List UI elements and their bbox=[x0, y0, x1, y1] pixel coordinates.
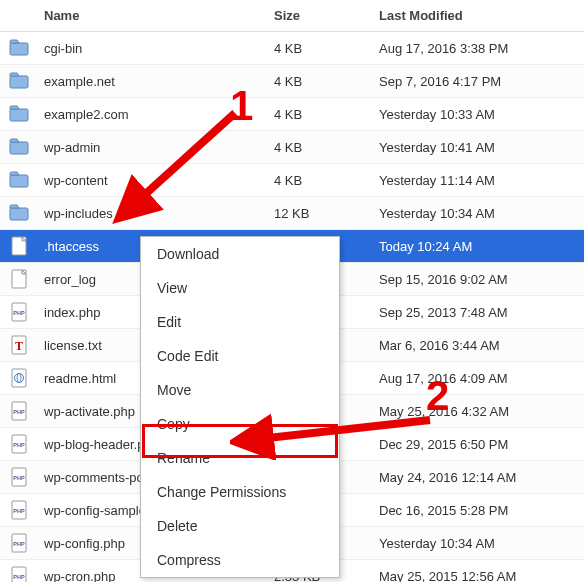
table-row[interactable]: example.net4 KBSep 7, 2016 4:17 PM bbox=[0, 65, 584, 98]
file-modified: Yesterday 11:14 AM bbox=[373, 164, 584, 197]
file-modified: Dec 29, 2015 6:50 PM bbox=[373, 428, 584, 461]
col-size-header[interactable]: Size bbox=[268, 0, 373, 32]
file-name[interactable]: wp-includes bbox=[38, 197, 268, 230]
file-modified: Dec 16, 2015 5:28 PM bbox=[373, 494, 584, 527]
ctx-change-permissions[interactable]: Change Permissions bbox=[141, 475, 339, 509]
file-modified: Yesterday 10:34 AM bbox=[373, 527, 584, 560]
folder-icon bbox=[0, 131, 38, 164]
col-modified-header[interactable]: Last Modified bbox=[373, 0, 584, 32]
php-icon bbox=[0, 296, 38, 329]
file-size: 4 KB bbox=[268, 98, 373, 131]
file-size: 12 KB bbox=[268, 197, 373, 230]
file-modified: Sep 7, 2016 4:17 PM bbox=[373, 65, 584, 98]
file-modified: Yesterday 10:33 AM bbox=[373, 98, 584, 131]
folder-icon bbox=[0, 65, 38, 98]
file-modified: Sep 15, 2016 9:02 AM bbox=[373, 263, 584, 296]
file-modified: May 25, 2015 12:56 AM bbox=[373, 560, 584, 583]
file-modified: Sep 25, 2013 7:48 AM bbox=[373, 296, 584, 329]
php-icon bbox=[0, 527, 38, 560]
file-modified: Yesterday 10:41 AM bbox=[373, 131, 584, 164]
file-icon bbox=[0, 230, 38, 263]
ctx-delete[interactable]: Delete bbox=[141, 509, 339, 543]
table-row[interactable]: wp-content4 KBYesterday 11:14 AM bbox=[0, 164, 584, 197]
php-icon bbox=[0, 461, 38, 494]
file-size: 4 KB bbox=[268, 164, 373, 197]
file-name[interactable]: example.net bbox=[38, 65, 268, 98]
ctx-view[interactable]: View bbox=[141, 271, 339, 305]
ctx-move[interactable]: Move bbox=[141, 373, 339, 407]
folder-icon bbox=[0, 197, 38, 230]
php-icon bbox=[0, 560, 38, 583]
folder-icon bbox=[0, 98, 38, 131]
html-icon bbox=[0, 362, 38, 395]
table-row[interactable]: wp-includes12 KBYesterday 10:34 AM bbox=[0, 197, 584, 230]
file-modified: May 25, 2016 4:32 AM bbox=[373, 395, 584, 428]
php-icon bbox=[0, 395, 38, 428]
folder-icon bbox=[0, 164, 38, 197]
ctx-code-edit[interactable]: Code Edit bbox=[141, 339, 339, 373]
file-modified: Yesterday 10:34 AM bbox=[373, 197, 584, 230]
file-modified: Mar 6, 2016 3:44 AM bbox=[373, 329, 584, 362]
file-size: 4 KB bbox=[268, 65, 373, 98]
col-name-header[interactable]: Name bbox=[38, 0, 268, 32]
file-modified: Aug 17, 2016 3:38 PM bbox=[373, 32, 584, 65]
text-icon bbox=[0, 329, 38, 362]
file-modified: Aug 17, 2016 4:09 AM bbox=[373, 362, 584, 395]
file-size: 4 KB bbox=[268, 32, 373, 65]
table-row[interactable]: example2.com4 KBYesterday 10:33 AM bbox=[0, 98, 584, 131]
table-header: Name Size Last Modified bbox=[0, 0, 584, 32]
table-row[interactable]: wp-admin4 KBYesterday 10:41 AM bbox=[0, 131, 584, 164]
file-modified: May 24, 2016 12:14 AM bbox=[373, 461, 584, 494]
context-menu: DownloadViewEditCode EditMoveCopyRenameC… bbox=[140, 236, 340, 578]
ctx-copy[interactable]: Copy bbox=[141, 407, 339, 441]
ctx-edit[interactable]: Edit bbox=[141, 305, 339, 339]
file-name[interactable]: wp-content bbox=[38, 164, 268, 197]
file-icon bbox=[0, 263, 38, 296]
php-icon bbox=[0, 428, 38, 461]
table-row[interactable]: cgi-bin4 KBAug 17, 2016 3:38 PM bbox=[0, 32, 584, 65]
ctx-rename[interactable]: Rename bbox=[141, 441, 339, 475]
file-size: 4 KB bbox=[268, 131, 373, 164]
file-name[interactable]: wp-admin bbox=[38, 131, 268, 164]
php-icon bbox=[0, 494, 38, 527]
ctx-compress[interactable]: Compress bbox=[141, 543, 339, 577]
file-name[interactable]: example2.com bbox=[38, 98, 268, 131]
file-name[interactable]: cgi-bin bbox=[38, 32, 268, 65]
folder-icon bbox=[0, 32, 38, 65]
file-modified: Today 10:24 AM bbox=[373, 230, 584, 263]
ctx-download[interactable]: Download bbox=[141, 237, 339, 271]
